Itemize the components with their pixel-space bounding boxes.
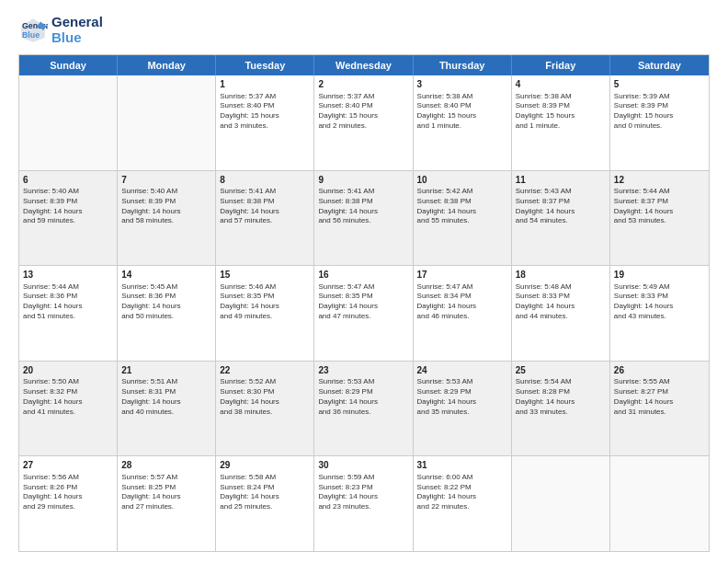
empty-cell-4-6: [610, 456, 709, 551]
day-text: Sunrise: 5:48 AM Sunset: 8:33 PM Dayligh…: [516, 282, 606, 322]
day-cell-25: 25Sunrise: 5:54 AM Sunset: 8:28 PM Dayli…: [512, 362, 610, 456]
day-cell-19: 19Sunrise: 5:49 AM Sunset: 8:33 PM Dayli…: [610, 266, 709, 361]
day-number: 20: [23, 364, 113, 377]
day-cell-8: 8Sunrise: 5:41 AM Sunset: 8:38 PM Daylig…: [216, 171, 314, 266]
day-cell-13: 13Sunrise: 5:44 AM Sunset: 8:36 PM Dayli…: [19, 266, 118, 361]
calendar-row-5: 27Sunrise: 5:56 AM Sunset: 8:26 PM Dayli…: [19, 455, 709, 551]
day-text: Sunrise: 5:47 AM Sunset: 8:34 PM Dayligh…: [417, 282, 507, 322]
day-text: Sunrise: 5:59 AM Sunset: 8:23 PM Dayligh…: [318, 473, 408, 512]
weekday-header-tuesday: Tuesday: [216, 55, 314, 75]
calendar-row-3: 13Sunrise: 5:44 AM Sunset: 8:36 PM Dayli…: [19, 265, 709, 361]
day-cell-29: 29Sunrise: 5:58 AM Sunset: 8:24 PM Dayli…: [216, 456, 314, 551]
day-number: 18: [516, 269, 606, 282]
day-text: Sunrise: 5:38 AM Sunset: 8:40 PM Dayligh…: [417, 92, 507, 132]
svg-text:Blue: Blue: [22, 30, 40, 40]
day-number: 11: [516, 174, 606, 187]
weekday-header-thursday: Thursday: [414, 55, 512, 75]
day-number: 12: [614, 174, 705, 187]
day-text: Sunrise: 5:37 AM Sunset: 8:40 PM Dayligh…: [220, 92, 310, 132]
day-cell-20: 20Sunrise: 5:50 AM Sunset: 8:32 PM Dayli…: [19, 362, 118, 456]
header: General Blue General Blue: [18, 15, 710, 45]
day-text: Sunrise: 5:37 AM Sunset: 8:40 PM Dayligh…: [318, 92, 408, 132]
empty-cell-0-1: [118, 75, 216, 170]
day-number: 14: [121, 269, 211, 282]
day-number: 15: [220, 269, 310, 282]
calendar-body: 1Sunrise: 5:37 AM Sunset: 8:40 PM Daylig…: [19, 75, 709, 551]
day-cell-9: 9Sunrise: 5:41 AM Sunset: 8:38 PM Daylig…: [314, 171, 413, 266]
day-text: Sunrise: 5:47 AM Sunset: 8:35 PM Dayligh…: [318, 282, 408, 322]
day-text: Sunrise: 5:40 AM Sunset: 8:39 PM Dayligh…: [121, 187, 211, 226]
logo-general: General: [51, 15, 103, 30]
day-cell-24: 24Sunrise: 5:53 AM Sunset: 8:29 PM Dayli…: [414, 362, 512, 456]
day-number: 25: [516, 364, 606, 377]
day-text: Sunrise: 5:44 AM Sunset: 8:37 PM Dayligh…: [614, 187, 705, 226]
day-number: 3: [417, 78, 507, 91]
day-text: Sunrise: 6:00 AM Sunset: 8:22 PM Dayligh…: [417, 473, 507, 512]
day-cell-30: 30Sunrise: 5:59 AM Sunset: 8:23 PM Dayli…: [314, 456, 413, 551]
day-cell-10: 10Sunrise: 5:42 AM Sunset: 8:38 PM Dayli…: [414, 171, 512, 266]
weekday-header-friday: Friday: [512, 55, 610, 75]
day-number: 19: [614, 269, 705, 282]
day-number: 23: [318, 364, 408, 377]
calendar: SundayMondayTuesdayWednesdayThursdayFrid…: [18, 54, 710, 552]
day-number: 1: [220, 78, 310, 91]
calendar-header: SundayMondayTuesdayWednesdayThursdayFrid…: [19, 55, 709, 75]
day-number: 9: [318, 174, 408, 187]
day-number: 31: [417, 459, 507, 472]
day-text: Sunrise: 5:51 AM Sunset: 8:31 PM Dayligh…: [121, 377, 211, 417]
day-number: 16: [318, 269, 408, 282]
day-text: Sunrise: 5:38 AM Sunset: 8:39 PM Dayligh…: [516, 92, 606, 132]
calendar-row-4: 20Sunrise: 5:50 AM Sunset: 8:32 PM Dayli…: [19, 361, 709, 456]
day-number: 4: [516, 78, 606, 91]
day-cell-15: 15Sunrise: 5:46 AM Sunset: 8:35 PM Dayli…: [216, 266, 314, 361]
day-text: Sunrise: 5:40 AM Sunset: 8:39 PM Dayligh…: [23, 187, 113, 226]
day-text: Sunrise: 5:41 AM Sunset: 8:38 PM Dayligh…: [318, 187, 408, 226]
weekday-header-wednesday: Wednesday: [314, 55, 413, 75]
day-number: 7: [121, 174, 211, 187]
day-number: 13: [23, 269, 113, 282]
weekday-header-sunday: Sunday: [19, 55, 118, 75]
day-number: 24: [417, 364, 507, 377]
calendar-row-1: 1Sunrise: 5:37 AM Sunset: 8:40 PM Daylig…: [19, 75, 709, 170]
day-text: Sunrise: 5:53 AM Sunset: 8:29 PM Dayligh…: [417, 377, 507, 417]
day-cell-23: 23Sunrise: 5:53 AM Sunset: 8:29 PM Dayli…: [314, 362, 413, 456]
day-text: Sunrise: 5:55 AM Sunset: 8:27 PM Dayligh…: [614, 377, 705, 417]
day-cell-17: 17Sunrise: 5:47 AM Sunset: 8:34 PM Dayli…: [414, 266, 512, 361]
calendar-row-2: 6Sunrise: 5:40 AM Sunset: 8:39 PM Daylig…: [19, 170, 709, 266]
day-text: Sunrise: 5:58 AM Sunset: 8:24 PM Dayligh…: [220, 473, 310, 512]
day-number: 27: [23, 459, 113, 472]
day-text: Sunrise: 5:56 AM Sunset: 8:26 PM Dayligh…: [23, 473, 113, 512]
day-number: 26: [614, 364, 705, 377]
day-text: Sunrise: 5:53 AM Sunset: 8:29 PM Dayligh…: [318, 377, 408, 417]
day-number: 21: [121, 364, 211, 377]
day-text: Sunrise: 5:46 AM Sunset: 8:35 PM Dayligh…: [220, 282, 310, 322]
day-text: Sunrise: 5:45 AM Sunset: 8:36 PM Dayligh…: [121, 282, 211, 322]
day-cell-1: 1Sunrise: 5:37 AM Sunset: 8:40 PM Daylig…: [216, 75, 314, 170]
day-cell-16: 16Sunrise: 5:47 AM Sunset: 8:35 PM Dayli…: [314, 266, 413, 361]
day-cell-27: 27Sunrise: 5:56 AM Sunset: 8:26 PM Dayli…: [19, 456, 118, 551]
day-cell-31: 31Sunrise: 6:00 AM Sunset: 8:22 PM Dayli…: [414, 456, 512, 551]
day-text: Sunrise: 5:49 AM Sunset: 8:33 PM Dayligh…: [614, 282, 705, 322]
day-number: 6: [23, 174, 113, 187]
day-cell-7: 7Sunrise: 5:40 AM Sunset: 8:39 PM Daylig…: [118, 171, 216, 266]
day-text: Sunrise: 5:52 AM Sunset: 8:30 PM Dayligh…: [220, 377, 310, 417]
empty-cell-0-0: [19, 75, 118, 170]
day-text: Sunrise: 5:54 AM Sunset: 8:28 PM Dayligh…: [516, 377, 606, 417]
logo-blue: Blue: [51, 30, 103, 46]
day-cell-5: 5Sunrise: 5:39 AM Sunset: 8:39 PM Daylig…: [610, 75, 709, 170]
day-number: 28: [121, 459, 211, 472]
day-text: Sunrise: 5:50 AM Sunset: 8:32 PM Dayligh…: [23, 377, 113, 417]
day-cell-21: 21Sunrise: 5:51 AM Sunset: 8:31 PM Dayli…: [118, 362, 216, 456]
day-cell-11: 11Sunrise: 5:43 AM Sunset: 8:37 PM Dayli…: [512, 171, 610, 266]
day-cell-4: 4Sunrise: 5:38 AM Sunset: 8:39 PM Daylig…: [512, 75, 610, 170]
day-number: 10: [417, 174, 507, 187]
day-number: 22: [220, 364, 310, 377]
logo-icon: General Blue: [18, 16, 48, 45]
day-cell-22: 22Sunrise: 5:52 AM Sunset: 8:30 PM Dayli…: [216, 362, 314, 456]
day-text: Sunrise: 5:57 AM Sunset: 8:25 PM Dayligh…: [121, 473, 211, 512]
day-text: Sunrise: 5:44 AM Sunset: 8:36 PM Dayligh…: [23, 282, 113, 322]
day-cell-6: 6Sunrise: 5:40 AM Sunset: 8:39 PM Daylig…: [19, 171, 118, 266]
weekday-header-monday: Monday: [118, 55, 216, 75]
day-cell-18: 18Sunrise: 5:48 AM Sunset: 8:33 PM Dayli…: [512, 266, 610, 361]
day-cell-26: 26Sunrise: 5:55 AM Sunset: 8:27 PM Dayli…: [610, 362, 709, 456]
